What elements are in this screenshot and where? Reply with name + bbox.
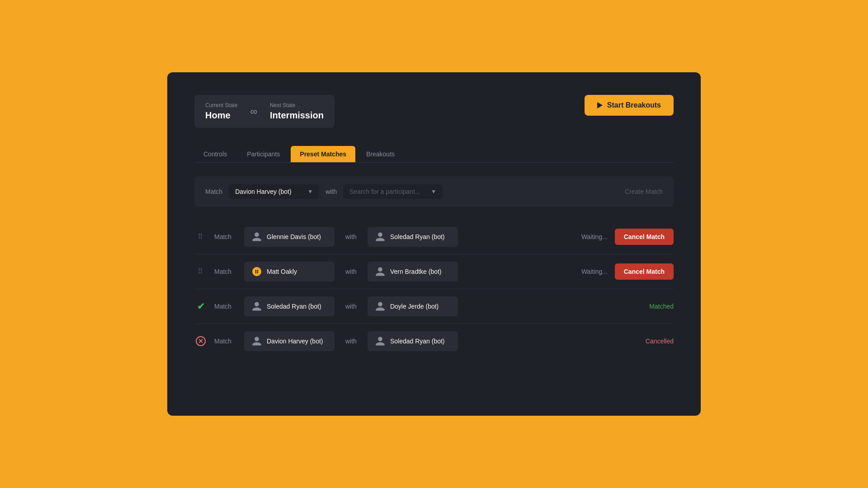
avatar-icon-6 bbox=[251, 336, 262, 347]
current-state-label: Current State bbox=[205, 102, 237, 108]
next-state-value: Intermission bbox=[270, 110, 324, 121]
table-row: ✕ Match Davion Harvey (bot) with Soledad… bbox=[194, 324, 674, 358]
avatar-icon-3 bbox=[375, 266, 386, 277]
tab-preset-matches[interactable]: Preset Matches bbox=[291, 146, 355, 162]
infinity-icon: ∞ bbox=[250, 106, 257, 117]
participant2-name-1: Soledad Ryan (bot) bbox=[390, 233, 445, 240]
participant2-box-2: Vern Bradtke (bot) bbox=[368, 262, 458, 282]
match-list: ⠿ Match Glennie Davis (bot) with Soledad… bbox=[194, 220, 674, 358]
participant1-name-3: Soledad Ryan (bot) bbox=[267, 303, 321, 310]
participant2-name-2: Vern Bradtke (bot) bbox=[390, 268, 442, 275]
main-container: Current State Home ∞ Next State Intermis… bbox=[167, 72, 701, 416]
match-creator-label: Match bbox=[205, 188, 222, 195]
with-1: with bbox=[342, 233, 360, 240]
participant1-box-3: Soledad Ryan (bot) bbox=[244, 296, 335, 316]
checkmark-icon: ✔ bbox=[197, 301, 205, 312]
current-state-section: Current State Home bbox=[205, 102, 237, 121]
match-label-3: Match bbox=[214, 303, 237, 310]
participant2-placeholder: Search for a participant... bbox=[349, 188, 427, 195]
participant1-selected: Davion Harvey (bot) bbox=[235, 188, 304, 195]
avatar-icon-5 bbox=[375, 301, 386, 312]
participant2-name-3: Doyle Jerde (bot) bbox=[390, 303, 439, 310]
with-3: with bbox=[342, 303, 360, 310]
tabs-bar: Controls Participants Preset Matches Bre… bbox=[194, 146, 674, 163]
state-bar: Current State Home ∞ Next State Intermis… bbox=[194, 95, 335, 128]
dropdown1-arrow-icon: ▼ bbox=[307, 188, 313, 195]
drag-handle-icon[interactable]: ⠿ bbox=[194, 230, 207, 243]
avatar-icon-7 bbox=[375, 336, 386, 347]
participant1-box-1: Glennie Davis (bot) bbox=[244, 227, 335, 247]
next-state-label: Next State bbox=[270, 102, 324, 108]
table-row: ⠿ Match Matt Oakly with Vern Bradtke (bo… bbox=[194, 254, 674, 289]
participant2-box-1: Soledad Ryan (bot) bbox=[368, 227, 458, 247]
status-badge-3: Matched bbox=[628, 303, 674, 310]
participant2-search-dropdown[interactable]: Search for a participant... ▼ bbox=[343, 184, 443, 199]
avatar-icon-4 bbox=[251, 301, 262, 312]
table-row: ⠿ Match Glennie Davis (bot) with Soledad… bbox=[194, 220, 674, 254]
create-match-button[interactable]: Create Match bbox=[625, 188, 663, 195]
play-icon bbox=[597, 102, 603, 108]
match-label-2: Match bbox=[214, 268, 237, 275]
participant1-box-4: Davion Harvey (bot) bbox=[244, 331, 335, 351]
status-badge-2: Waiting... bbox=[562, 268, 608, 275]
with-2: with bbox=[342, 268, 360, 275]
participant2-box-3: Doyle Jerde (bot) bbox=[368, 296, 458, 316]
participant2-box-4: Soledad Ryan (bot) bbox=[368, 331, 458, 351]
status-badge-4: Cancelled bbox=[628, 338, 674, 345]
with-4: with bbox=[342, 338, 360, 345]
cancel-match-button-2[interactable]: Cancel Match bbox=[615, 263, 674, 280]
cancel-match-button-1[interactable]: Cancel Match bbox=[615, 229, 674, 245]
table-row: ✔ Match Soledad Ryan (bot) with Doyle Je… bbox=[194, 289, 674, 324]
next-state-section: Next State Intermission bbox=[270, 102, 324, 121]
bot-icon-1 bbox=[251, 266, 262, 277]
start-breakouts-button[interactable]: Start Breakouts bbox=[585, 95, 674, 116]
match-label-1: Match bbox=[214, 233, 237, 240]
match-creator: Match Davion Harvey (bot) ▼ with Search … bbox=[194, 176, 674, 207]
participant2-name-4: Soledad Ryan (bot) bbox=[390, 338, 445, 345]
header: Current State Home ∞ Next State Intermis… bbox=[194, 95, 674, 128]
participant1-dropdown[interactable]: Davion Harvey (bot) ▼ bbox=[229, 184, 319, 199]
participant1-name-4: Davion Harvey (bot) bbox=[267, 338, 323, 345]
tab-breakouts[interactable]: Breakouts bbox=[357, 146, 404, 162]
participant1-box-2: Matt Oakly bbox=[244, 262, 335, 282]
with-connector-label: with bbox=[326, 188, 337, 195]
dropdown2-arrow-icon: ▼ bbox=[431, 188, 436, 195]
drag-handle-icon-2[interactable]: ⠿ bbox=[194, 265, 207, 278]
avatar-icon-2 bbox=[375, 231, 386, 242]
avatar-icon-1 bbox=[251, 231, 262, 242]
state-divider-icon: ∞ bbox=[246, 106, 261, 117]
tab-controls[interactable]: Controls bbox=[194, 146, 236, 162]
status-badge-1: Waiting... bbox=[562, 233, 608, 240]
participant1-name-1: Glennie Davis (bot) bbox=[267, 233, 321, 240]
check-indicator: ✔ bbox=[194, 300, 207, 313]
x-indicator: ✕ bbox=[194, 335, 207, 347]
participant1-name-2: Matt Oakly bbox=[267, 268, 297, 275]
x-circle-icon: ✕ bbox=[196, 336, 206, 346]
match-label-4: Match bbox=[214, 338, 237, 345]
tab-participants[interactable]: Participants bbox=[238, 146, 289, 162]
current-state-value: Home bbox=[205, 110, 237, 121]
